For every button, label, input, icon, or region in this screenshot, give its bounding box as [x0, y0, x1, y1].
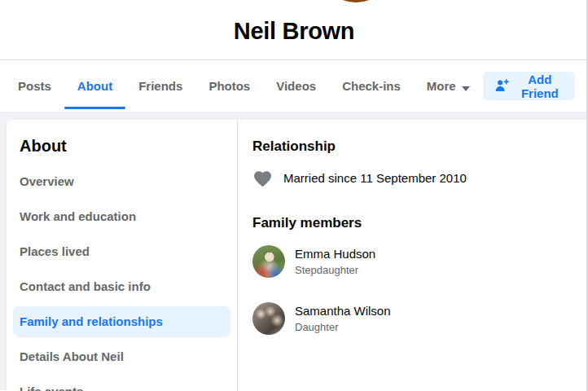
avatar[interactable] — [252, 245, 285, 278]
sidebar-item-family-relationships[interactable]: Family and relationships — [13, 306, 230, 337]
tab-friends[interactable]: Friends — [125, 60, 195, 112]
tab-photos[interactable]: Photos — [195, 60, 263, 112]
heart-icon — [252, 169, 273, 187]
profile-page: Neil Brown Posts About Friends Photos Vi… — [0, 0, 588, 391]
tab-about[interactable]: About — [64, 60, 125, 112]
tab-videos-label: Videos — [276, 60, 316, 112]
relationship-status-row: Married since 11 September 2010 — [252, 169, 588, 187]
tab-more-label: More — [427, 60, 456, 112]
family-members-heading: Family members — [252, 214, 588, 231]
family-member-row[interactable]: Emma Hudson Stepdaughter — [252, 245, 588, 278]
family-member-relation: Stepdaughter — [295, 264, 375, 277]
tab-about-label: About — [77, 60, 112, 112]
sidebar-item-life-events[interactable]: Life events — [13, 376, 230, 391]
add-friend-label: Add Friend — [516, 72, 564, 100]
sidebar-item-overview[interactable]: Overview — [13, 166, 230, 197]
family-member-row[interactable]: Samantha Wilson Daughter — [252, 302, 588, 335]
family-member-relation: Daughter — [295, 321, 391, 334]
tab-friends-label: Friends — [138, 60, 182, 112]
family-member-info: Samantha Wilson Daughter — [295, 303, 391, 334]
add-friend-button[interactable]: Add Friend — [483, 72, 575, 100]
tab-videos[interactable]: Videos — [263, 60, 329, 112]
caret-down-icon — [462, 61, 470, 112]
about-sidebar: About Overview Work and education Places… — [7, 120, 238, 391]
family-relationships-panel: Relationship Married since 11 September … — [238, 120, 588, 391]
about-card: About Overview Work and education Places… — [7, 120, 588, 391]
tab-more[interactable]: More — [414, 60, 483, 112]
sidebar-item-work-education[interactable]: Work and education — [13, 201, 230, 232]
avatar[interactable] — [252, 302, 285, 335]
about-sidebar-heading: About — [13, 136, 230, 156]
tab-check-ins-label: Check-ins — [342, 60, 401, 112]
tab-posts-label: Posts — [18, 60, 51, 112]
main-area: About Overview Work and education Places… — [0, 112, 588, 390]
page-title: Neil Brown — [0, 0, 588, 45]
person-add-icon — [494, 78, 510, 94]
sidebar-item-places-lived[interactable]: Places lived — [13, 236, 230, 267]
family-member-name[interactable]: Emma Hudson — [295, 246, 375, 261]
profile-tab-bar: Posts About Friends Photos Videos Check-… — [0, 60, 588, 112]
tab-posts[interactable]: Posts — [5, 60, 64, 112]
tab-check-ins[interactable]: Check-ins — [329, 60, 414, 112]
family-members-list: Emma Hudson Stepdaughter Samantha Wilson… — [252, 245, 588, 335]
family-member-name[interactable]: Samantha Wilson — [295, 303, 391, 319]
relationship-status-text: Married since 11 September 2010 — [283, 171, 467, 185]
relationship-heading: Relationship — [252, 138, 588, 155]
family-member-info: Emma Hudson Stepdaughter — [295, 246, 375, 277]
tab-photos-label: Photos — [208, 60, 250, 112]
sidebar-item-contact-basic-info[interactable]: Contact and basic info — [13, 271, 230, 302]
sidebar-item-details-about[interactable]: Details About Neil — [13, 341, 230, 372]
profile-header: Neil Brown — [0, 0, 588, 60]
